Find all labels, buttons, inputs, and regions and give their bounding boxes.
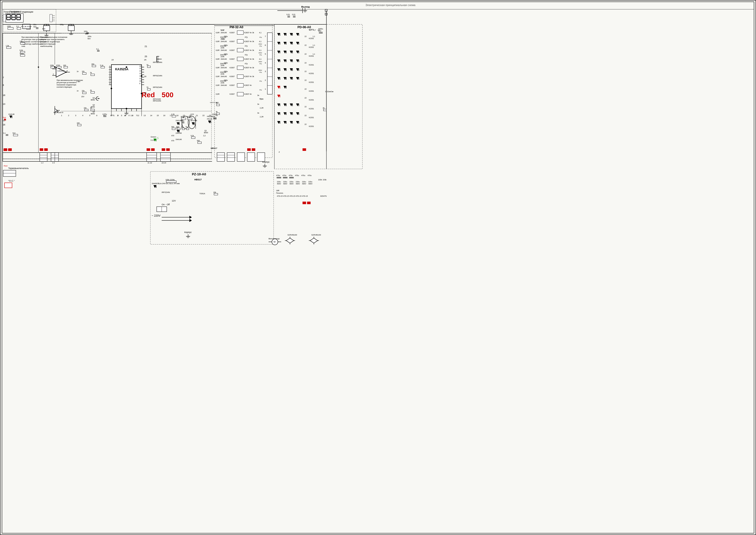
- svg-rect-672: [323, 109, 326, 111]
- svg-text:22: 22: [305, 53, 307, 55]
- svg-text:3н: 3н: [257, 95, 259, 96]
- svg-text:7: 7: [103, 114, 104, 117]
- svg-rect-14: [12, 19, 15, 20]
- circuit-schematic: Плата цифровой индикации: [1, 1, 755, 534]
- svg-rect-19: [17, 14, 20, 15]
- svg-text:4,1: 4,1: [259, 58, 262, 60]
- svg-text:220u: 220u: [224, 44, 228, 46]
- svg-text:220k: 220k: [220, 73, 224, 75]
- svg-text:50V: 50V: [87, 38, 91, 40]
- svg-text:25: 25: [145, 55, 147, 58]
- svg-text:103k: 103k: [318, 179, 322, 181]
- svg-text:11: 11: [131, 114, 132, 117]
- svg-text:1N4148: 1N4148: [8, 113, 15, 115]
- svg-point-560: [126, 67, 127, 68]
- svg-rect-51: [111, 65, 142, 109]
- svg-text:K2837: K2837: [244, 93, 249, 95]
- svg-text:47p: 47p: [259, 37, 262, 38]
- svg-text:21 22: 21 22: [148, 162, 152, 164]
- svg-text:K2331: K2331: [309, 117, 314, 118]
- svg-rect-469: [172, 128, 175, 130]
- svg-text:11: 11: [111, 114, 114, 116]
- svg-text:4700: 4700: [56, 65, 60, 66]
- svg-rect-420: [82, 92, 86, 94]
- svg-text:220u: 220u: [290, 181, 294, 183]
- svg-rect-637: [181, 118, 186, 120]
- svg-text:1000u: 1000u: [318, 28, 323, 30]
- svg-text:CA3140: CA3140: [57, 70, 65, 72]
- svg-text:100u: 100u: [87, 36, 92, 37]
- svg-text:50V: 50V: [42, 28, 45, 30]
- svg-rect-257: [147, 153, 157, 161]
- irf9z34n-top-label: IRF9Z34N: [153, 61, 162, 64]
- svg-rect-15: [11, 14, 12, 17]
- svg-rect-370: [4, 148, 7, 151]
- svg-text:Red: Red: [3, 117, 6, 118]
- svg-text:1N4148: 1N4148: [220, 75, 227, 77]
- svg-point-566: [54, 67, 55, 68]
- svg-text:4n: 4n: [250, 41, 252, 42]
- svg-text:5,1k: 5,1k: [100, 65, 103, 66]
- svg-text:FR104: FR104: [207, 118, 212, 120]
- svg-text:275k: 275k: [181, 116, 185, 118]
- svg-text:22: 22: [305, 124, 307, 125]
- svg-rect-378: [247, 148, 251, 151]
- svg-text:0.1u: 0.1u: [151, 139, 154, 141]
- svg-text:K2331: K2331: [309, 46, 314, 48]
- svg-text:K2331: K2331: [309, 38, 314, 39]
- svg-text:10k: 10k: [213, 191, 216, 193]
- svg-text:2,2R: 2,2R: [260, 116, 264, 118]
- svg-text:K2837: K2837: [230, 41, 235, 42]
- svg-text:3k: 3k: [216, 111, 218, 113]
- svg-rect-115: [237, 31, 244, 35]
- svg-text:22k: 22k: [84, 107, 87, 109]
- svg-text:51: 51: [181, 126, 183, 128]
- svg-text:47p: 47p: [259, 45, 262, 47]
- svg-text:220u: 220u: [224, 70, 228, 72]
- svg-rect-374: [147, 148, 150, 151]
- svg-point-564: [141, 93, 142, 94]
- svg-text:470: 470: [171, 135, 174, 136]
- irfz24n-middle: IRFZ24N: [153, 100, 161, 102]
- svg-rect-343: [68, 26, 74, 31]
- oc-label: "O.C.": [8, 180, 15, 182]
- rm-bottom-connectors: [217, 153, 265, 161]
- svg-text:22: 22: [305, 62, 307, 64]
- svg-rect-373: [44, 148, 48, 151]
- svg-text:5: 5: [129, 114, 130, 117]
- svg-text:6,8R: 6,8R: [216, 49, 219, 51]
- svg-text:соответствующее: соответствующее: [40, 43, 56, 45]
- svg-text:K2331: K2331: [309, 126, 314, 127]
- svg-text:250V: 250V: [259, 61, 262, 63]
- svg-text:9: 9: [117, 114, 118, 117]
- svg-text:470u: 470u: [276, 175, 280, 176]
- svg-text:1N4148: 1N4148: [220, 84, 227, 86]
- svg-text:1n: 1n: [76, 90, 79, 92]
- svg-text:2,2R: 2,2R: [260, 107, 264, 109]
- svg-text:4n: 4n: [250, 49, 252, 51]
- svg-text:4n: 4n: [250, 32, 252, 34]
- svg-text:регулятора установить: регулятора установить: [56, 81, 76, 84]
- svg-text:100p: 100p: [60, 24, 64, 26]
- svg-text:10: 10: [139, 80, 141, 82]
- svg-rect-271: [257, 153, 265, 161]
- red-label-thermo: Red: [4, 165, 8, 167]
- svg-rect-32: [50, 14, 52, 22]
- on-off-label: On - Off: [162, 203, 170, 206]
- svg-rect-25: [20, 17, 21, 20]
- svg-text:220u: 220u: [224, 62, 228, 64]
- svg-point-563: [141, 75, 142, 76]
- svg-text:47D-15: 47D-15: [290, 195, 295, 197]
- svg-rect-473: [182, 128, 185, 130]
- svg-rect-669: [325, 13, 327, 15]
- svg-text:4: 4: [109, 72, 110, 74]
- svg-text:Посилос.: Посилос.: [276, 192, 284, 194]
- svg-text:47D-15: 47D-15: [302, 195, 308, 197]
- svg-text:9,2k: 9,2k: [190, 135, 194, 136]
- svg-text:22k: 22k: [82, 90, 85, 92]
- svg-rect-276: [3, 170, 16, 177]
- svg-text:B500: B500: [204, 132, 208, 133]
- svg-text:6,8R: 6,8R: [216, 84, 219, 86]
- svg-text:3: 3: [75, 114, 76, 117]
- svg-rect-376: [162, 148, 165, 151]
